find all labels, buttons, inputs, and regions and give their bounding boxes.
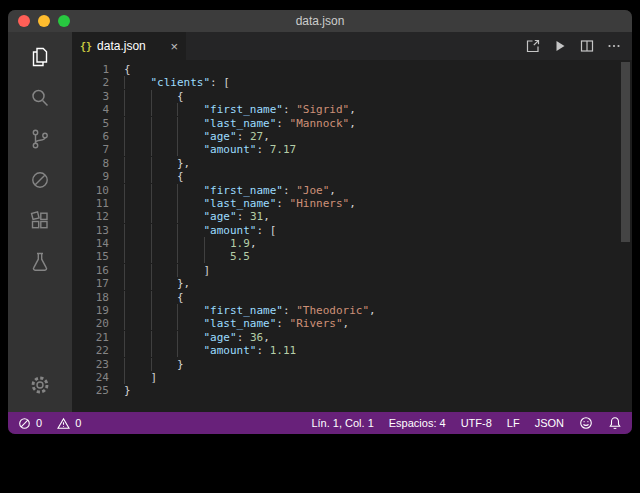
code-line[interactable]: ] bbox=[124, 264, 632, 277]
line-number: 9 bbox=[72, 170, 109, 183]
vertical-scrollbar[interactable] bbox=[621, 62, 630, 242]
code-editor[interactable]: 1234567891011121314151617181920212223242… bbox=[72, 60, 632, 412]
code-line[interactable]: "last_name": "Hinners", bbox=[124, 197, 632, 210]
code-line[interactable]: "last_name": "Rivers", bbox=[124, 317, 632, 330]
open-preview-button[interactable] bbox=[525, 38, 541, 54]
code-line[interactable]: "amount": 7.17 bbox=[124, 143, 632, 156]
line-number: 13 bbox=[72, 224, 109, 237]
cursor-position[interactable]: Lín. 1, Col. 1 bbox=[311, 417, 373, 429]
code-line[interactable]: { bbox=[124, 291, 632, 304]
editor-actions bbox=[525, 32, 632, 60]
run-icon bbox=[552, 38, 568, 54]
errors-icon bbox=[18, 417, 31, 430]
code-line[interactable]: { bbox=[124, 170, 632, 183]
activity-extensions-button[interactable] bbox=[27, 208, 53, 234]
code-line[interactable]: "last_name": "Mannock", bbox=[124, 117, 632, 130]
line-number: 24 bbox=[72, 371, 109, 384]
source-control-icon bbox=[28, 127, 52, 151]
settings-gear-button[interactable] bbox=[27, 372, 53, 398]
language-mode[interactable]: JSON bbox=[535, 417, 564, 429]
split-editor-button[interactable] bbox=[579, 38, 595, 54]
split-editor-icon bbox=[579, 38, 595, 54]
debug-icon bbox=[28, 168, 52, 192]
vscode-window: data.json bbox=[8, 10, 632, 434]
line-number: 17 bbox=[72, 277, 109, 290]
code-line[interactable]: } bbox=[124, 384, 632, 397]
code-line[interactable]: } bbox=[124, 358, 632, 371]
warnings-icon bbox=[57, 417, 70, 430]
status-bar: 0 0 Lín. 1, Col. 1 Espacios: 4 UTF-8 LF … bbox=[8, 412, 632, 434]
code-line[interactable]: 5.5 bbox=[124, 250, 632, 263]
line-number: 1 bbox=[72, 63, 109, 76]
close-window-button[interactable] bbox=[18, 15, 30, 27]
code-line[interactable]: "age": 36, bbox=[124, 331, 632, 344]
code-line[interactable]: "age": 31, bbox=[124, 210, 632, 223]
activity-debug-button[interactable] bbox=[27, 167, 53, 193]
line-number: 10 bbox=[72, 184, 109, 197]
code-line[interactable]: "clients": [ bbox=[124, 76, 632, 89]
line-number: 19 bbox=[72, 304, 109, 317]
activity-source-control-button[interactable] bbox=[27, 126, 53, 152]
warnings-count: 0 bbox=[75, 417, 81, 429]
line-number: 15 bbox=[72, 250, 109, 263]
indentation-setting[interactable]: Espacios: 4 bbox=[389, 417, 446, 429]
code-line[interactable]: "age": 27, bbox=[124, 130, 632, 143]
gear-icon bbox=[29, 374, 51, 396]
line-number: 12 bbox=[72, 210, 109, 223]
code-line[interactable]: "amount": 1.11 bbox=[124, 344, 632, 357]
activity-test-button[interactable] bbox=[27, 249, 53, 275]
code-line[interactable]: 1.9, bbox=[124, 237, 632, 250]
feedback-smiley-icon[interactable] bbox=[579, 416, 593, 430]
status-bar-right: Lín. 1, Col. 1 Espacios: 4 UTF-8 LF JSON bbox=[311, 416, 622, 430]
tab-close-button[interactable]: × bbox=[170, 40, 178, 53]
code-line[interactable]: "amount": [ bbox=[124, 224, 632, 237]
notifications-bell-icon[interactable] bbox=[608, 416, 622, 430]
traffic-lights bbox=[18, 15, 70, 27]
json-file-icon: {} bbox=[80, 41, 92, 52]
explorer-icon bbox=[28, 45, 52, 69]
desktop-background: { "window": { "title": "data.json" }, "a… bbox=[0, 0, 640, 493]
line-number: 18 bbox=[72, 291, 109, 304]
activity-search-button[interactable] bbox=[27, 85, 53, 111]
window-title: data.json bbox=[8, 10, 632, 32]
problems-indicator[interactable]: 0 0 bbox=[18, 417, 81, 430]
run-file-button[interactable] bbox=[552, 38, 568, 54]
line-number: 4 bbox=[72, 103, 109, 116]
line-number: 11 bbox=[72, 197, 109, 210]
activity-explorer-button[interactable] bbox=[27, 44, 53, 70]
code-line[interactable]: "first_name": "Joe", bbox=[124, 184, 632, 197]
line-number: 25 bbox=[72, 384, 109, 397]
zoom-window-button[interactable] bbox=[58, 15, 70, 27]
tab-data-json[interactable]: {} data.json × bbox=[72, 32, 186, 60]
line-number: 8 bbox=[72, 157, 109, 170]
code-line[interactable]: }, bbox=[124, 157, 632, 170]
line-number: 3 bbox=[72, 90, 109, 103]
more-actions-button[interactable] bbox=[606, 38, 622, 54]
code-line[interactable]: { bbox=[124, 63, 632, 76]
eol-setting[interactable]: LF bbox=[507, 417, 520, 429]
line-number: 2 bbox=[72, 76, 109, 89]
code-line[interactable]: { bbox=[124, 90, 632, 103]
title-bar[interactable]: data.json bbox=[8, 10, 632, 32]
search-icon bbox=[28, 86, 52, 110]
code-line[interactable]: }, bbox=[124, 277, 632, 290]
errors-count: 0 bbox=[36, 417, 42, 429]
gutter: 1234567891011121314151617181920212223242… bbox=[72, 63, 124, 412]
activity-bar bbox=[8, 32, 72, 412]
line-number: 14 bbox=[72, 237, 109, 250]
workbench: {} data.json × bbox=[8, 32, 632, 412]
code-line[interactable]: "first_name": "Theodoric", bbox=[124, 304, 632, 317]
line-number: 16 bbox=[72, 264, 109, 277]
encoding-setting[interactable]: UTF-8 bbox=[461, 417, 492, 429]
code-line[interactable]: "first_name": "Sigrid", bbox=[124, 103, 632, 116]
extensions-icon bbox=[28, 209, 52, 233]
beaker-icon bbox=[28, 250, 52, 274]
line-number: 20 bbox=[72, 317, 109, 330]
minimize-window-button[interactable] bbox=[38, 15, 50, 27]
line-number: 5 bbox=[72, 117, 109, 130]
code-line[interactable]: ] bbox=[124, 371, 632, 384]
line-number: 22 bbox=[72, 344, 109, 357]
code-lines: { "clients": [ { "first_name": "Sigrid",… bbox=[124, 63, 632, 412]
open-preview-icon bbox=[525, 38, 541, 54]
line-number: 23 bbox=[72, 358, 109, 371]
